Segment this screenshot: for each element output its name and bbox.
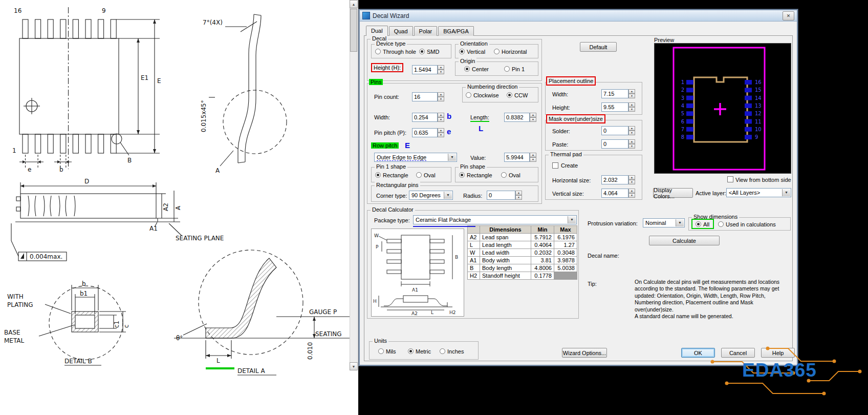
pin9-label: 9 [102, 7, 106, 14]
paste-spinner[interactable]: ▲▼ [628, 139, 635, 149]
table-row[interactable]: WLead width0.20320.3048 [468, 249, 577, 257]
radio-mils[interactable]: Mils [378, 348, 396, 355]
thermal-pad-label: Thermal pad [549, 151, 583, 157]
height-field[interactable] [412, 65, 438, 74]
scrollbar-track[interactable] [350, 0, 358, 370]
radio-pin1[interactable]: Pin 1 [504, 66, 525, 72]
radio-circle [408, 348, 414, 354]
tab-quad[interactable]: Quad [389, 26, 413, 36]
table-row[interactable]: BBody length4.80065.0038 [468, 264, 577, 272]
tab-polar[interactable]: Polar [414, 26, 438, 36]
col-dimensions: Dimensions [480, 226, 531, 234]
pin-pitch-spinner[interactable]: ▲▼ [438, 128, 444, 137]
scroll-up-button[interactable]: ▲ [350, 0, 358, 8]
thermal-vertical-spinner[interactable]: ▲▼ [628, 189, 635, 198]
table-row[interactable]: H2Standoff height0.1778 [468, 272, 577, 280]
solder-spinner[interactable]: ▲▼ [628, 126, 635, 135]
thermal-horizontal-field[interactable] [601, 175, 628, 184]
radio-smd[interactable]: SMD [419, 48, 439, 55]
svg-text:14: 14 [755, 95, 762, 101]
radio-pin-rectangle[interactable]: Rectangle [459, 172, 492, 178]
placement-width-label: Width: [552, 91, 568, 97]
row-pitch-value-field[interactable] [504, 153, 530, 162]
table-row[interactable]: LLead length0.40641.27 [468, 241, 577, 249]
radio-inches[interactable]: Inches [440, 348, 464, 355]
radio-circle [459, 49, 465, 54]
wizard-options-button[interactable]: Wizard Options... [562, 348, 607, 358]
placement-width-field[interactable] [601, 89, 628, 98]
placement-width-spinner[interactable]: ▲▼ [628, 89, 635, 98]
package-top-view [19, 7, 160, 169]
paste-field[interactable] [601, 139, 628, 149]
pin1-shape-label: Pin 1 shape [375, 163, 407, 170]
dim-chamfer: 0.015x45° [200, 100, 207, 132]
scrollbar-thumb[interactable] [350, 9, 357, 52]
radio-label: Inches [447, 348, 464, 355]
dim-lead-angle: 7°(4X) [203, 19, 223, 26]
device-type-label: Device type [375, 40, 407, 47]
active-layer-dropdown[interactable]: <All Layers>▼ [726, 188, 791, 197]
active-layer-label: Active layer: [696, 190, 726, 196]
solder-label: Solder: [552, 128, 570, 134]
chevron-down-icon: ▼ [568, 216, 576, 223]
view-bottom-checkbox[interactable] [727, 176, 733, 182]
titlebar[interactable]: Decal Wizard ✕ [360, 10, 797, 22]
length-field[interactable] [504, 113, 530, 122]
radio-pin1-oval[interactable]: Oval [416, 172, 436, 178]
placement-outline-label: Placement outline [546, 76, 596, 86]
corner-type-dropdown[interactable]: 90 Degrees▼ [409, 191, 453, 200]
table-row[interactable]: A2Lead span5.79126.1976 [468, 234, 577, 241]
package-type-dropdown[interactable]: Ceramic Flat Package▼ [413, 215, 577, 224]
width-label: Width: [374, 114, 390, 120]
height-spinner[interactable]: ▲▼ [438, 65, 444, 74]
mask-label: Mask over(under)size [546, 114, 605, 123]
width-spinner[interactable]: ▲▼ [438, 113, 444, 122]
row-pitch-dropdown[interactable]: Outer Edge to Edge▼ [374, 153, 457, 162]
width-field[interactable] [412, 113, 438, 122]
radius-field[interactable] [487, 191, 515, 200]
scroll-down-button[interactable]: ▼ [350, 362, 358, 370]
placement-height-field[interactable] [601, 102, 628, 112]
radio-through-hole[interactable]: Through hole [375, 48, 416, 55]
radio-clockwise[interactable]: Clockwise [466, 92, 499, 98]
length-spinner[interactable]: ▲▼ [530, 113, 536, 122]
svg-text:5: 5 [681, 111, 684, 116]
placement-height-spinner[interactable]: ▲▼ [628, 102, 635, 112]
create-checkbox[interactable] [552, 162, 558, 169]
radius-spinner[interactable]: ▲▼ [515, 191, 522, 200]
display-colors-button[interactable]: Display Colors... [653, 188, 693, 198]
protrusion-dropdown[interactable]: Nominal▼ [643, 218, 685, 227]
radio-metric[interactable]: Metric [408, 348, 431, 355]
radio-pin1-rectangle[interactable]: Rectangle [375, 172, 408, 178]
pane-scrollbar-column: ▲ ▼ [350, 0, 358, 415]
radio-center[interactable]: Center [464, 66, 489, 72]
radio-horizontal[interactable]: Horizontal [494, 48, 527, 55]
col-max: Max [554, 226, 577, 234]
solder-field[interactable] [601, 126, 628, 135]
radio-label: Through hole [383, 49, 416, 55]
row-pitch-spinner[interactable]: ▲▼ [530, 153, 536, 162]
radio-ccw[interactable]: CCW [507, 92, 528, 98]
pin-pitch-field[interactable] [412, 128, 438, 137]
radio-pin-oval[interactable]: Oval [501, 172, 520, 178]
pin-count-field[interactable] [412, 92, 438, 101]
thermal-vertical-field[interactable] [601, 189, 628, 198]
radio-circle [464, 66, 470, 72]
dim-E: E [157, 77, 161, 85]
radio-vertical[interactable]: Vertical [459, 48, 485, 55]
pin-count-spinner[interactable]: ▲▼ [438, 92, 444, 101]
tab-dual[interactable]: Dual [366, 26, 388, 36]
thermal-vertical-label: Vertical size: [552, 191, 584, 197]
app-icon [362, 12, 370, 19]
calculate-button[interactable]: Calculate [649, 236, 720, 245]
default-button[interactable]: Default [580, 42, 617, 52]
tab-bga-pga[interactable]: BGA/PGA [438, 26, 474, 36]
thermal-horizontal-spinner[interactable]: ▲▼ [628, 175, 635, 184]
radio-used-in-calculations[interactable]: Used in calculations [718, 221, 776, 227]
close-button[interactable]: ✕ [783, 11, 794, 20]
detail-b-title: DETAIL B [64, 358, 92, 365]
table-row[interactable]: A1Body width3.813.9878 [468, 257, 577, 264]
preview-label: Preview [654, 37, 674, 43]
corner-type-value: 90 Degrees [411, 192, 441, 198]
dim-A1: A1 [149, 225, 158, 232]
